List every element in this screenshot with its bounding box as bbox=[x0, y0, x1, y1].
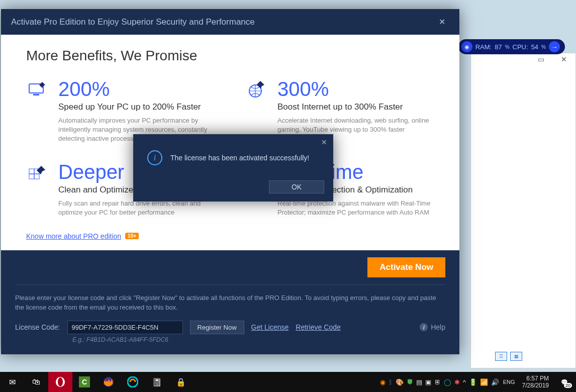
taskbar-clock[interactable]: 6:57 PM 7/28/2019 bbox=[519, 375, 552, 389]
taskbar-lock-icon[interactable]: 🔒 bbox=[169, 372, 193, 392]
tray-chevron-up-icon[interactable]: ^ bbox=[463, 378, 466, 386]
help-link[interactable]: Help bbox=[431, 323, 445, 331]
taskbar-camtasia-icon[interactable]: C bbox=[72, 372, 97, 392]
license-code-input[interactable] bbox=[67, 321, 183, 334]
activation-success-dialog: ✕ i The license has been activated succe… bbox=[133, 134, 333, 202]
tray-defender-icon[interactable]: ⛨ bbox=[434, 378, 441, 386]
performance-pill[interactable]: ◉ RAM: 87% CPU: 54% → bbox=[458, 39, 565, 54]
svg-rect-3 bbox=[29, 169, 34, 174]
broom-grid-icon bbox=[26, 162, 49, 185]
globe-rocket-icon bbox=[245, 79, 268, 102]
taskbar-time: 6:57 PM bbox=[522, 375, 549, 382]
perf-expand-icon[interactable]: → bbox=[549, 41, 560, 52]
svg-text:C: C bbox=[82, 378, 87, 386]
benefit-clean-desc: Fully scan and repair hard drive errors,… bbox=[58, 199, 215, 217]
notif-count: 20 bbox=[564, 383, 572, 388]
taskbar-iobit-icon[interactable] bbox=[121, 372, 145, 392]
cpu-label: CPU: bbox=[513, 43, 528, 51]
action-center-icon[interactable]: 💬20 bbox=[556, 375, 573, 389]
svg-rect-6 bbox=[34, 174, 39, 179]
help-icon: i bbox=[420, 323, 428, 331]
get-license-link[interactable]: Get License bbox=[251, 323, 289, 331]
tray-battery-icon[interactable]: 🔋 bbox=[469, 378, 477, 386]
benefit-speed-sub: Speed up Your PC up to 200% Faster bbox=[58, 102, 215, 112]
svg-rect-5 bbox=[29, 174, 34, 179]
bg-close-button[interactable]: ✕ bbox=[552, 52, 575, 66]
license-example-text: E.g.: F4B1D-ACAB1-A84FF-5FDC6 bbox=[72, 336, 445, 343]
instructions-text: Please enter your license code and click… bbox=[15, 293, 445, 313]
taskbar-notes-icon[interactable]: 📓 bbox=[145, 372, 169, 392]
taskbar: ✉ 🛍 C 📓 🔒 ◉ ᛒ 🎨 ⛊ ▤ ▣ ⛨ ◯ ✱ ^ 🔋 📶 🔊 ENG … bbox=[0, 372, 576, 392]
taskbar-date: 7/28/2019 bbox=[522, 382, 549, 389]
svg-rect-1 bbox=[33, 94, 39, 95]
benefit-internet-sub: Boost Internet up to 300% Faster bbox=[277, 102, 434, 112]
register-now-button[interactable]: Register Now bbox=[190, 321, 244, 334]
tray-icons-group[interactable]: ◉ ᛒ 🎨 ⛊ ▤ ▣ ⛨ ◯ ✱ ^ 🔋 📶 🔊 bbox=[380, 378, 499, 386]
tray-icon[interactable]: ▤ bbox=[416, 378, 422, 386]
taskbar-store-icon[interactable]: 🛍 bbox=[24, 372, 48, 392]
know-more-link[interactable]: Know more about PRO edition bbox=[26, 232, 121, 240]
taskbar-firefox-icon[interactable] bbox=[97, 372, 121, 392]
background-window: ▭ ✕ ☰ ▦ bbox=[470, 53, 576, 368]
benefit-speed-big: 200% bbox=[58, 79, 215, 99]
page-heading: More Benefits, We Promise bbox=[26, 48, 434, 64]
tray-bluetooth-icon[interactable]: ᛒ bbox=[389, 378, 393, 386]
taskbar-mail-icon[interactable]: ✉ bbox=[0, 372, 24, 392]
activate-now-button[interactable]: Activate Now bbox=[367, 257, 445, 277]
titlebar: Activate Pro Edition to Enjoy Superior S… bbox=[1, 9, 459, 35]
tray-shield-icon[interactable]: ⛊ bbox=[407, 378, 413, 386]
info-icon: i bbox=[147, 150, 162, 165]
ram-value: 87 bbox=[495, 43, 502, 51]
dialog-ok-button[interactable]: OK bbox=[269, 180, 324, 193]
badge-count: 10+ bbox=[125, 233, 139, 239]
close-button[interactable]: ✕ bbox=[435, 15, 449, 29]
svg-point-9 bbox=[58, 377, 63, 386]
tray-icon[interactable]: ◯ bbox=[444, 378, 451, 386]
bg-minimize-button[interactable]: ▭ bbox=[529, 52, 552, 66]
cpu-value: 54 bbox=[531, 43, 538, 51]
benefit-internet-big: 300% bbox=[277, 79, 434, 99]
bg-view-icon-list[interactable]: ☰ bbox=[495, 352, 507, 361]
tray-icon[interactable]: ◉ bbox=[380, 378, 386, 386]
tray-wifi-icon[interactable]: 📶 bbox=[480, 378, 488, 386]
svg-point-13 bbox=[128, 377, 138, 387]
tray-icon[interactable]: 🎨 bbox=[396, 378, 404, 386]
tray-volume-icon[interactable]: 🔊 bbox=[491, 378, 499, 386]
dialog-close-button[interactable]: ✕ bbox=[321, 138, 327, 146]
license-code-label: License Code: bbox=[15, 323, 60, 331]
window-title: Activate Pro Edition to Enjoy Superior S… bbox=[11, 17, 255, 27]
ram-pct: % bbox=[505, 44, 510, 50]
bg-view-icon-grid[interactable]: ▦ bbox=[510, 352, 522, 361]
cpu-pct: % bbox=[541, 44, 546, 50]
dialog-message: The license has been activated successfu… bbox=[170, 154, 309, 162]
tray-icon[interactable]: ✱ bbox=[454, 378, 460, 386]
monitor-rocket-icon bbox=[26, 79, 49, 102]
perf-gauge-icon: ◉ bbox=[461, 41, 472, 52]
tray-icon[interactable]: ▣ bbox=[425, 378, 431, 386]
ram-label: RAM: bbox=[475, 43, 492, 51]
taskbar-opera-icon[interactable] bbox=[48, 372, 72, 392]
tray-language[interactable]: ENG bbox=[503, 379, 515, 385]
benefit-realtime-desc: Real-time protection against malware wit… bbox=[277, 199, 434, 217]
benefit-internet-desc: Accelerate Internet downloading, web sur… bbox=[277, 116, 434, 134]
retrieve-code-link[interactable]: Retrieve Code bbox=[296, 323, 341, 331]
